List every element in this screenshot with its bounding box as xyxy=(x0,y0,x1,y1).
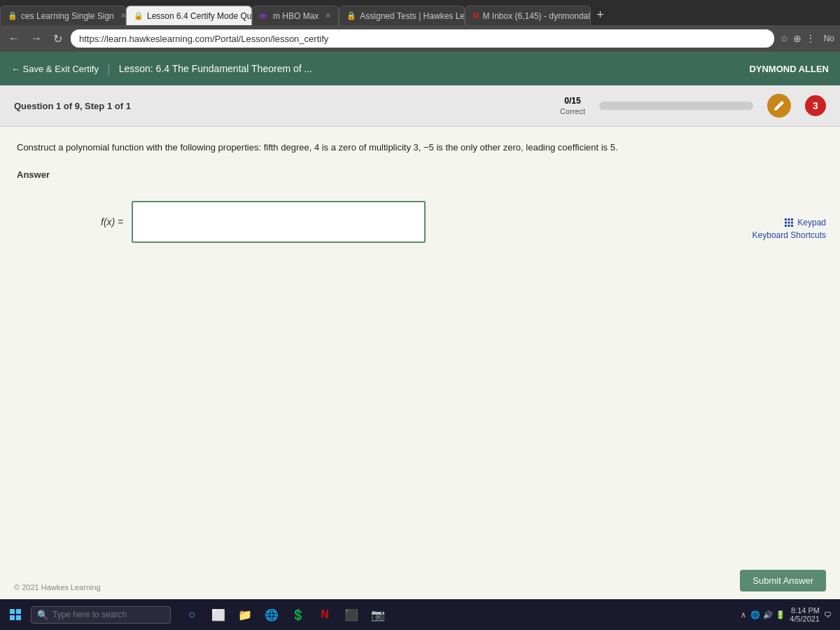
taskbar-app-dollar[interactable]: 💲 xyxy=(286,602,311,627)
browser-actions: ☆ ⊕ ⋮ xyxy=(780,33,816,44)
content-wrapper: Construct a polynomial function with the… xyxy=(0,127,840,606)
battery-icon: 🔋 xyxy=(776,610,785,620)
page-footer: © 2021 Hawkes Learning xyxy=(14,583,101,592)
score-section: 0/15 Correct xyxy=(560,96,585,115)
volume-icon[interactable]: 🔊 xyxy=(763,610,773,620)
tab-close-1[interactable]: ✕ xyxy=(120,11,126,20)
tab-assigned-tests[interactable]: 🔒 Assigned Tests | Hawkes Lear... ✕ xyxy=(339,6,465,25)
back-nav-button[interactable]: ← xyxy=(6,31,22,46)
svg-rect-5 xyxy=(791,222,793,224)
problem-statement: Construct a polynomial function with the… xyxy=(17,141,823,155)
svg-rect-2 xyxy=(791,218,793,220)
keyboard-shortcuts-button[interactable]: Keyboard Shortcuts xyxy=(752,230,826,240)
progress-bar-container xyxy=(599,102,753,110)
fx-label: f(x) = xyxy=(101,216,123,227)
svg-rect-8 xyxy=(791,225,793,227)
svg-rect-9 xyxy=(10,609,15,614)
taskbar: 🔍 ○ ⬜ 📁 🌐 💲 N ⬛ 📷 ∧ 🌐 🔊 🔋 8:14 PM 4/5/20… xyxy=(0,599,840,630)
browser-chrome: 🔒 ces Learning Single Sign ✕ 🔒 Lesson 6.… xyxy=(0,0,840,52)
taskbar-apps: ○ ⬜ 📁 🌐 💲 N ⬛ 📷 xyxy=(179,602,391,627)
svg-rect-0 xyxy=(785,218,787,220)
svg-rect-1 xyxy=(788,218,790,220)
copyright-text: © 2021 Hawkes Learning xyxy=(14,583,101,592)
score-display: 0/15 xyxy=(564,96,580,106)
tab-close-3[interactable]: ✕ xyxy=(325,11,331,20)
tab-favicon-1: 🔒 xyxy=(8,11,18,21)
bookmark-icon[interactable]: ☆ xyxy=(780,33,789,44)
refresh-button[interactable]: ↻ xyxy=(50,31,65,47)
keypad-icon xyxy=(784,218,794,227)
avatar-button[interactable] xyxy=(767,94,791,118)
tools-panel: Keypad Keyboard Shortcuts xyxy=(752,218,826,240)
submit-area: Submit Answer xyxy=(740,570,826,592)
keypad-label: Keypad xyxy=(797,218,826,227)
taskbar-app-cortana[interactable]: ○ xyxy=(179,602,204,627)
tab-label-2: Lesson 6.4 Certify Mode Que... xyxy=(147,11,252,21)
svg-rect-3 xyxy=(785,222,787,224)
network-icon: 🌐 xyxy=(750,610,760,620)
extensions-icon[interactable]: ⊕ xyxy=(793,33,802,44)
tab-hbo-max[interactable]: m m HBO Max ✕ xyxy=(252,6,339,25)
submit-answer-button[interactable]: Submit Answer xyxy=(740,570,826,592)
user-name: DYNMOND ALLEN xyxy=(749,64,829,74)
tab-gmail[interactable]: M M Inbox (6,145) - dynmondallen ✕ xyxy=(465,6,591,25)
tab-favicon-4: 🔒 xyxy=(346,11,356,21)
taskbar-app-edge[interactable]: 🌐 xyxy=(259,602,284,627)
question-label: Question 1 of 9, Step 1 of 1 xyxy=(14,101,131,111)
taskbar-app-netflix[interactable]: N xyxy=(312,602,337,627)
svg-rect-4 xyxy=(788,222,790,224)
keypad-button[interactable]: Keypad xyxy=(784,218,826,227)
score-label: Correct xyxy=(560,107,585,115)
page-content: ← Save & Exit Certify | Lesson: 6.4 The … xyxy=(0,52,840,630)
tab-bar: 🔒 ces Learning Single Sign ✕ 🔒 Lesson 6.… xyxy=(0,0,840,25)
start-button[interactable] xyxy=(3,602,28,627)
svg-rect-6 xyxy=(785,225,787,227)
clock-time: 8:14 PM xyxy=(790,606,820,615)
svg-rect-7 xyxy=(788,225,790,227)
attempt-badge: 3 xyxy=(805,95,826,116)
windows-icon xyxy=(9,608,22,621)
time-display[interactable]: 8:14 PM 4/5/2021 xyxy=(790,606,820,623)
save-exit-button[interactable]: ← Save & Exit Certify xyxy=(11,64,99,74)
browser-menu-icon[interactable]: ⋮ xyxy=(806,33,816,44)
notification-icon[interactable]: 🗨 xyxy=(824,610,832,619)
lesson-title: Lesson: 6.4 The Fundamental Theorem of .… xyxy=(119,63,313,74)
forward-nav-button[interactable]: → xyxy=(28,31,45,46)
taskbar-search-input[interactable] xyxy=(52,610,158,620)
search-icon: 🔍 xyxy=(37,610,48,620)
svg-rect-12 xyxy=(16,615,21,620)
taskbar-app-camera[interactable]: 📷 xyxy=(365,602,391,627)
taskbar-app-taskview[interactable]: ⬜ xyxy=(206,602,231,627)
answer-label: Answer xyxy=(17,169,823,180)
answer-row: f(x) = xyxy=(101,201,823,243)
address-bar: ← → ↻ ☆ ⊕ ⋮ No xyxy=(0,25,840,52)
systray-icons: 🌐 🔊 🔋 xyxy=(750,610,785,620)
taskbar-systray: ∧ 🌐 🔊 🔋 8:14 PM 4/5/2021 🗨 xyxy=(741,606,837,623)
no-label: No xyxy=(824,34,834,43)
tab-favicon-2: 🔒 xyxy=(134,11,144,21)
tab-ces-learning[interactable]: 🔒 ces Learning Single Sign ✕ xyxy=(0,6,126,25)
new-tab-button[interactable]: + xyxy=(591,8,610,22)
tab-label-1: ces Learning Single Sign xyxy=(21,11,114,21)
pencil-icon xyxy=(773,99,785,112)
tab-favicon-3: m xyxy=(260,11,270,21)
clock-date: 4/5/2021 xyxy=(790,615,820,623)
tab-label-5: M Inbox (6,145) - dynmondallen xyxy=(483,11,592,21)
systray-caret[interactable]: ∧ xyxy=(741,610,746,620)
answer-input-box[interactable] xyxy=(132,201,426,243)
tab-lesson-certify[interactable]: 🔒 Lesson 6.4 Certify Mode Que... ✕ xyxy=(126,6,252,25)
taskbar-app-explorer[interactable]: 📁 xyxy=(232,602,258,627)
question-area: Question 1 of 9, Step 1 of 1 0/15 Correc… xyxy=(0,85,840,127)
taskbar-app-black[interactable]: ⬛ xyxy=(339,602,364,627)
app-header: ← Save & Exit Certify | Lesson: 6.4 The … xyxy=(0,52,840,85)
tab-label-3: m HBO Max xyxy=(273,11,318,21)
header-divider: | xyxy=(107,62,111,76)
tab-favicon-5: M xyxy=(472,11,479,21)
taskbar-search[interactable]: 🔍 xyxy=(31,606,171,624)
tab-label-4: Assigned Tests | Hawkes Lear... xyxy=(360,11,465,21)
svg-rect-11 xyxy=(10,615,15,620)
address-input[interactable] xyxy=(71,29,774,48)
svg-rect-10 xyxy=(16,609,21,614)
